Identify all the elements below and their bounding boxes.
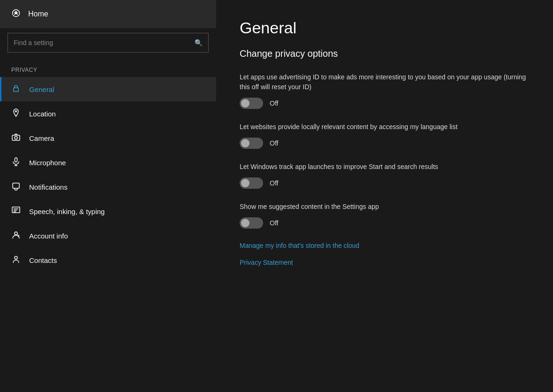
privacy-statement-link[interactable]: Privacy Statement [240, 259, 530, 266]
sidebar: Home 🔍 Privacy General [0, 0, 216, 392]
page-title: General [240, 19, 530, 37]
manage-cloud-link[interactable]: Manage my info that's stored in the clou… [240, 242, 530, 249]
toggle-status-language-list: Off [270, 139, 278, 147]
search-icon: 🔍 [195, 39, 203, 46]
sidebar-item-account-label: Account info [29, 232, 68, 240]
account-icon [11, 230, 21, 241]
svg-point-14 [15, 232, 17, 235]
toggle-row-suggested-content: Off [240, 217, 530, 229]
sidebar-item-general[interactable]: General [0, 77, 216, 101]
contacts-icon [11, 254, 21, 266]
toggle-knob-advertising-id [241, 99, 249, 108]
toggle-status-suggested-content: Off [270, 219, 278, 227]
main-content: General Change privacy options Let apps … [216, 0, 553, 392]
sidebar-item-general-label: General [29, 85, 54, 93]
svg-rect-4 [12, 135, 20, 140]
svg-point-3 [16, 111, 17, 112]
setting-advertising-id: Let apps use advertising ID to make ads … [240, 72, 530, 109]
home-icon [11, 8, 21, 20]
toggle-status-advertising-id: Off [270, 100, 278, 107]
sidebar-item-contacts-label: Contacts [29, 256, 57, 264]
setting-language-list-description: Let websites provide locally relevant co… [240, 122, 530, 132]
toggle-knob-language-list [241, 139, 249, 147]
setting-suggested-content-description: Show me suggested content in the Setting… [240, 202, 530, 212]
speech-icon [11, 206, 21, 217]
lock-icon [11, 84, 21, 95]
sidebar-item-camera-label: Camera [29, 134, 54, 142]
sidebar-item-contacts[interactable]: Contacts [0, 248, 216, 272]
toggle-status-app-launches: Off [270, 179, 278, 187]
setting-language-list: Let websites provide locally relevant co… [240, 122, 530, 149]
setting-app-launches-description: Let Windows track app launches to improv… [240, 162, 530, 172]
sidebar-item-location-label: Location [29, 110, 56, 118]
microphone-icon [11, 157, 21, 168]
svg-rect-9 [13, 183, 19, 188]
toggle-row-advertising-id: Off [240, 98, 530, 109]
sidebar-item-speech[interactable]: Speech, inking, & typing [0, 199, 216, 223]
section-title: Change privacy options [240, 48, 530, 59]
toggle-language-list[interactable] [240, 138, 263, 149]
toggle-app-launches[interactable] [240, 177, 263, 189]
home-label: Home [28, 10, 48, 18]
sidebar-item-location[interactable]: Location [0, 101, 216, 126]
sidebar-item-camera[interactable]: Camera [0, 126, 216, 150]
svg-point-17 [15, 256, 17, 259]
svg-rect-2 [14, 88, 18, 92]
toggle-row-app-launches: Off [240, 177, 530, 189]
sidebar-item-notifications[interactable]: Notifications [0, 175, 216, 199]
notifications-icon [11, 181, 21, 192]
svg-point-5 [15, 137, 17, 139]
privacy-section-label: Privacy [0, 62, 216, 77]
svg-rect-6 [15, 158, 17, 162]
nav-list: General Location Camera [0, 77, 216, 272]
sidebar-item-home[interactable]: Home [0, 0, 216, 28]
search-box[interactable]: 🔍 [8, 33, 209, 53]
toggle-knob-app-launches [241, 179, 249, 187]
search-input[interactable] [14, 39, 195, 46]
sidebar-item-microphone[interactable]: Microphone [0, 150, 216, 175]
toggle-suggested-content[interactable] [240, 217, 263, 229]
search-container: 🔍 [0, 28, 216, 62]
setting-app-launches: Let Windows track app launches to improv… [240, 162, 530, 189]
location-icon [11, 108, 21, 119]
sidebar-item-notifications-label: Notifications [29, 183, 68, 191]
toggle-row-language-list: Off [240, 138, 530, 149]
setting-advertising-id-description: Let apps use advertising ID to make ads … [240, 72, 530, 92]
setting-suggested-content: Show me suggested content in the Setting… [240, 202, 530, 229]
toggle-knob-suggested-content [241, 219, 249, 227]
toggle-advertising-id[interactable] [240, 98, 263, 109]
sidebar-item-account[interactable]: Account info [0, 223, 216, 248]
camera-icon [11, 132, 21, 144]
sidebar-item-speech-label: Speech, inking, & typing [29, 208, 105, 215]
sidebar-item-microphone-label: Microphone [29, 159, 66, 167]
